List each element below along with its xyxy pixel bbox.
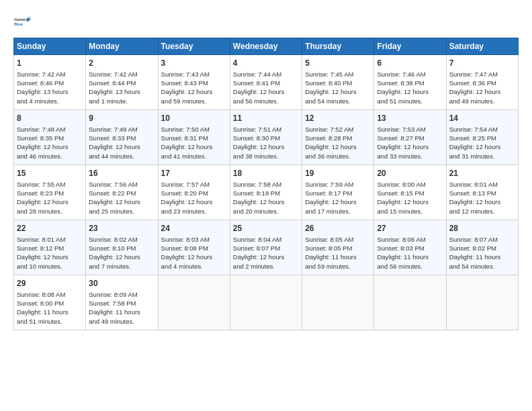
day-info-line: Sunrise: 8:03 AM xyxy=(161,235,227,244)
day-number: 26 xyxy=(305,223,371,234)
day-info-line: Sunset: 8:33 PM xyxy=(89,134,154,142)
day-info-line: Sunset: 8:07 PM xyxy=(233,244,299,253)
day-info-line: Sunrise: 8:06 AM xyxy=(377,235,443,244)
day-number: 25 xyxy=(233,223,299,234)
day-info-line: Sunrise: 7:47 AM xyxy=(449,70,515,79)
day-info-line: Daylight: 11 hours xyxy=(449,253,515,261)
day-info-line: and 23 minutes. xyxy=(161,207,227,216)
day-info-line: Daylight: 12 hours xyxy=(89,197,154,206)
day-info-line: and 49 minutes. xyxy=(449,97,515,105)
day-info-line: Daylight: 12 hours xyxy=(161,197,227,206)
day-cell: 4Sunrise: 7:44 AMSunset: 8:41 PMDaylight… xyxy=(230,55,302,110)
day-number: 14 xyxy=(449,113,515,124)
day-info-line: Sunrise: 8:01 AM xyxy=(449,180,515,189)
day-info-line: Sunrise: 7:48 AM xyxy=(17,125,83,134)
day-info-line: Sunset: 8:18 PM xyxy=(233,189,299,197)
day-cell: 9Sunrise: 7:49 AMSunset: 8:33 PMDaylight… xyxy=(86,110,158,165)
day-info-line: and 59 minutes. xyxy=(305,262,371,271)
day-info-line: Sunset: 8:41 PM xyxy=(233,79,299,87)
day-cell: 15Sunrise: 7:55 AMSunset: 8:23 PMDayligh… xyxy=(14,165,86,220)
day-number: 13 xyxy=(377,113,443,124)
day-number: 3 xyxy=(161,58,227,69)
col-header-sunday: Sunday xyxy=(14,38,86,55)
day-info-line: Sunrise: 7:42 AM xyxy=(89,70,154,79)
day-info-line: and 2 minutes. xyxy=(233,262,299,271)
day-info-line: Daylight: 12 hours xyxy=(305,197,371,206)
week-row-4: 22Sunrise: 8:01 AMSunset: 8:12 PMDayligh… xyxy=(14,220,519,275)
day-info-line: Sunrise: 7:54 AM xyxy=(449,125,515,134)
day-number: 8 xyxy=(17,113,83,124)
calendar-body: 1Sunrise: 7:42 AMSunset: 8:46 PMDaylight… xyxy=(14,55,519,330)
day-info-line: Sunrise: 7:45 AM xyxy=(305,70,371,79)
day-cell: 20Sunrise: 8:00 AMSunset: 8:15 PMDayligh… xyxy=(374,165,446,220)
day-info-line: Daylight: 11 hours xyxy=(89,308,154,316)
day-info-line: Daylight: 12 hours xyxy=(17,142,83,151)
day-info-line: Sunset: 8:31 PM xyxy=(161,134,227,142)
header-row: SundayMondayTuesdayWednesdayThursdayFrid… xyxy=(14,38,519,55)
day-cell: 6Sunrise: 7:46 AMSunset: 8:38 PMDaylight… xyxy=(374,55,446,110)
day-info-line: Sunrise: 7:52 AM xyxy=(305,125,371,134)
day-cell: 19Sunrise: 7:59 AMSunset: 8:17 PMDayligh… xyxy=(302,165,374,220)
day-number: 17 xyxy=(161,168,227,179)
day-info-line: and 54 minutes. xyxy=(449,262,515,271)
day-number: 29 xyxy=(17,278,83,289)
day-info-line: Sunset: 8:25 PM xyxy=(449,134,515,142)
day-info-line: Sunset: 8:03 PM xyxy=(377,244,443,253)
day-cell xyxy=(158,275,230,330)
day-info-line: Daylight: 12 hours xyxy=(89,253,154,261)
day-info-line: Sunset: 8:08 PM xyxy=(161,244,227,253)
day-cell: 30Sunrise: 8:09 AMSunset: 7:58 PMDayligh… xyxy=(86,275,158,330)
day-info-line: and 4 minutes. xyxy=(161,262,227,271)
day-cell: 22Sunrise: 8:01 AMSunset: 8:12 PMDayligh… xyxy=(14,220,86,275)
day-info-line: Daylight: 12 hours xyxy=(305,87,371,96)
day-info-line: Sunset: 8:15 PM xyxy=(377,189,443,197)
day-info-line: Sunrise: 7:43 AM xyxy=(161,70,227,79)
day-info-line: Daylight: 12 hours xyxy=(89,142,154,151)
day-info-line: Daylight: 12 hours xyxy=(377,142,443,151)
day-info-line: Sunset: 8:05 PM xyxy=(305,244,371,253)
day-cell: 25Sunrise: 8:04 AMSunset: 8:07 PMDayligh… xyxy=(230,220,302,275)
day-info-line: Sunset: 8:00 PM xyxy=(17,299,83,308)
day-info-line: and 10 minutes. xyxy=(17,262,83,271)
week-row-5: 29Sunrise: 8:08 AMSunset: 8:00 PMDayligh… xyxy=(14,275,519,330)
day-info-line: and 17 minutes. xyxy=(305,207,371,216)
day-number: 20 xyxy=(377,168,443,179)
day-number: 6 xyxy=(377,58,443,69)
day-cell: 24Sunrise: 8:03 AMSunset: 8:08 PMDayligh… xyxy=(158,220,230,275)
col-header-saturday: Saturday xyxy=(446,38,518,55)
svg-marker-3 xyxy=(28,16,32,21)
day-info-line: Sunrise: 7:57 AM xyxy=(161,180,227,189)
day-info-line: and 36 minutes. xyxy=(305,152,371,161)
day-info-line: Sunset: 8:28 PM xyxy=(305,134,371,142)
col-header-tuesday: Tuesday xyxy=(158,38,230,55)
day-cell xyxy=(374,275,446,330)
day-number: 21 xyxy=(449,168,515,179)
day-cell: 14Sunrise: 7:54 AMSunset: 8:25 PMDayligh… xyxy=(446,110,518,165)
day-info-line: Daylight: 11 hours xyxy=(17,308,83,316)
day-info-line: and 1 minute. xyxy=(89,97,154,105)
day-info-line: Sunset: 8:13 PM xyxy=(449,189,515,197)
day-info-line: Sunrise: 7:53 AM xyxy=(377,125,443,134)
day-info-line: Sunset: 8:40 PM xyxy=(305,79,371,87)
day-info-line: Daylight: 12 hours xyxy=(233,197,299,206)
day-info-line: Sunrise: 8:09 AM xyxy=(89,290,154,299)
day-number: 18 xyxy=(233,168,299,179)
day-info-line: Sunset: 8:22 PM xyxy=(89,189,154,197)
day-info-line: Daylight: 12 hours xyxy=(161,87,227,96)
day-info-line: Sunset: 8:43 PM xyxy=(161,79,227,87)
day-info-line: and 51 minutes. xyxy=(377,97,443,105)
day-number: 5 xyxy=(305,58,371,69)
day-cell: 7Sunrise: 7:47 AMSunset: 8:36 PMDaylight… xyxy=(446,55,518,110)
day-info-line: Sunset: 7:58 PM xyxy=(89,299,154,308)
week-row-1: 1Sunrise: 7:42 AMSunset: 8:46 PMDaylight… xyxy=(14,55,519,110)
day-info-line: and 33 minutes. xyxy=(377,152,443,161)
day-info-line: Daylight: 12 hours xyxy=(305,142,371,151)
day-cell: 27Sunrise: 8:06 AMSunset: 8:03 PMDayligh… xyxy=(374,220,446,275)
col-header-wednesday: Wednesday xyxy=(230,38,302,55)
day-info-line: Sunrise: 7:49 AM xyxy=(89,125,154,134)
day-cell: 16Sunrise: 7:56 AMSunset: 8:22 PMDayligh… xyxy=(86,165,158,220)
day-info-line: Sunrise: 8:00 AM xyxy=(377,180,443,189)
day-info-line: Sunrise: 7:44 AM xyxy=(233,70,299,79)
day-number: 22 xyxy=(17,223,83,234)
day-info-line: Sunrise: 8:07 AM xyxy=(449,235,515,244)
